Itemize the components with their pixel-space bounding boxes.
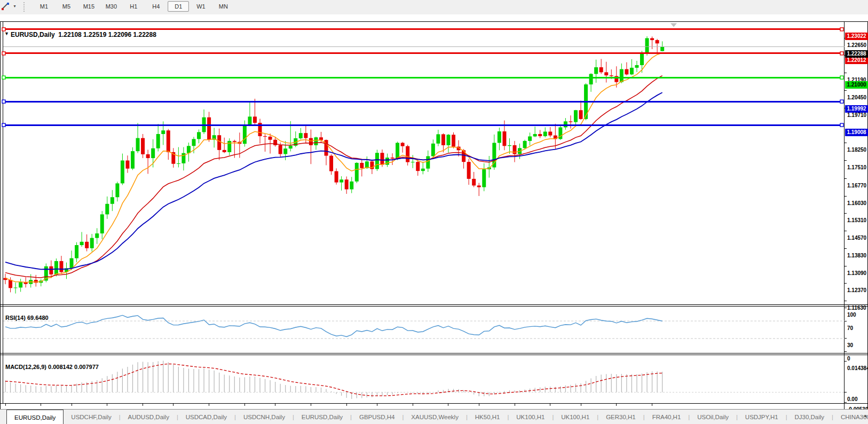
timeframe-button-d1[interactable]: D1 [168,1,189,12]
candle-body [187,146,191,153]
timeframe-button-m1[interactable]: M1 [33,1,54,12]
candle-body [533,134,537,136]
chart-tab-audusd-daily[interactable]: AUDUSD,Daily [121,410,177,424]
chart-tab-gbpusd-h4[interactable]: GBPUSD,H4 [352,410,402,424]
hline-handle[interactable] [2,100,5,103]
candle-body [151,148,155,158]
candle-body [161,130,165,134]
price-tick-label: 1.15310 [847,217,866,223]
candle-body [656,40,659,43]
tab-scroll-left-icon[interactable]: ◂ [864,413,866,419]
candle-body [426,156,430,168]
chart-tab-eurusd-daily[interactable]: EURUSD,Daily [294,410,350,424]
candle-body [192,139,195,146]
chart-tab-usdjpy-h1[interactable]: USDJPY,H1 [738,410,786,424]
candle-body [223,150,226,152]
candlestick-series [4,36,665,294]
hline-handle[interactable] [840,100,843,103]
drawing-tools-icon[interactable] [1,2,10,13]
candle-body [131,151,135,169]
timeframe-button-h1[interactable]: H1 [123,1,144,12]
chart-tab-hk50-h1[interactable]: HK50,H1 [468,410,508,424]
hline-handle[interactable] [2,52,5,55]
hline-price-badge: 1.21000 [845,81,868,89]
macd-tick-label: 0.00 [847,396,857,402]
chart-tab-xauusd-weekly[interactable]: XAUUSD,Weekly [404,410,466,424]
price-tick-label: 1.13090 [847,270,866,276]
candle-body [441,134,445,145]
toolbar-grip[interactable] [23,2,26,12]
timeframe-button-m15[interactable]: M15 [78,1,99,12]
candle-body [335,171,338,183]
candle-body [482,169,486,187]
candle-body [121,161,124,184]
chart-tab-eurusd-daily[interactable]: EURUSD,Daily [6,410,64,424]
candle-body [396,143,399,158]
chart-tab-usdchf-daily[interactable]: USDCHF,Daily [64,410,119,424]
candle-body [146,154,150,158]
candle-body [645,38,649,54]
chart-tab-ger30-h1[interactable]: GER30,H1 [598,410,643,424]
candle-body [299,133,303,138]
timeframe-button-m30[interactable]: M30 [100,1,122,12]
chart-tab-dj30-daily[interactable]: DJ30,Daily [787,410,832,424]
candle-body [589,74,593,84]
candle-body [75,245,78,258]
candle-body [19,282,22,287]
candle-body [513,145,517,154]
dropdown-caret-icon[interactable]: ▾ [13,4,15,9]
candle-body [9,280,12,288]
candle-body [620,69,624,82]
candle-body [640,54,644,65]
hline-handle[interactable] [2,123,5,127]
candle-body [345,179,349,189]
price-tick-label: 1.12370 [847,287,866,293]
chart-tab-fra40-h1[interactable]: FRA40,H1 [645,410,689,424]
candle-body [125,161,129,169]
price-tick-label: 1.13830 [847,253,866,258]
price-tick-label: 1.18250 [847,147,866,153]
macd-signal-line [5,364,662,396]
chart-canvas[interactable] [0,14,868,424]
timeframe-button-w1[interactable]: W1 [190,1,211,12]
candle-body [391,158,394,159]
candle-body [355,163,359,182]
chart-tab-uk100-h1[interactable]: UK100,H1 [509,410,552,424]
candle-body [498,131,501,143]
candle-body [70,258,74,269]
candle-body [263,136,267,137]
macd-tick-label: 0.014384 [847,365,868,371]
price-tick-label: 1.16030 [847,200,866,206]
chart-tab-china300-h1[interactable]: CHINA300,H1 [833,410,868,424]
chart-tab-usdcnh-daily[interactable]: USDCNH,Daily [236,410,293,424]
hline-handle[interactable] [840,123,843,127]
chart-tab-usoil-daily[interactable]: USOil,Daily [690,410,736,424]
chart-tab-usdcad-daily[interactable]: USDCAD,Daily [178,410,234,424]
hline-handle[interactable] [2,28,5,31]
hline-handle[interactable] [840,28,843,31]
price-tick-label: 1.14570 [847,235,866,241]
candle-body [604,72,608,75]
rsi-indicator-label: RSI(14) 69.6480 [5,315,49,321]
hline-handle[interactable] [2,76,5,79]
candle-body [401,143,405,146]
candle-body [233,141,236,142]
chart-title-dropdown-icon[interactable]: ▼ [4,31,9,36]
candle-body [304,133,307,138]
hline-handle[interactable] [840,52,843,55]
candle-body [508,145,511,146]
candle-body [467,162,471,179]
timeframe-button-m5[interactable]: M5 [56,1,77,12]
candle-body [472,179,476,186]
candle-body [431,144,435,156]
candle-body [136,138,140,152]
price-tick-label: 1.16770 [847,183,866,189]
macd-indicator-label: MACD(12,26,9) 0.008142 0.007977 [5,364,99,370]
timeframe-button-mn[interactable]: MN [212,1,234,12]
timeframe-button-h4[interactable]: H4 [145,1,167,12]
chart-title-ohlc: 1.22108 1.22519 1.22096 1.22288 [58,31,156,38]
candle-body [95,233,99,238]
candle-body [54,261,58,274]
chart-tab-uk100-h1[interactable]: UK100,H1 [554,410,597,424]
hline-handle[interactable] [840,76,843,79]
